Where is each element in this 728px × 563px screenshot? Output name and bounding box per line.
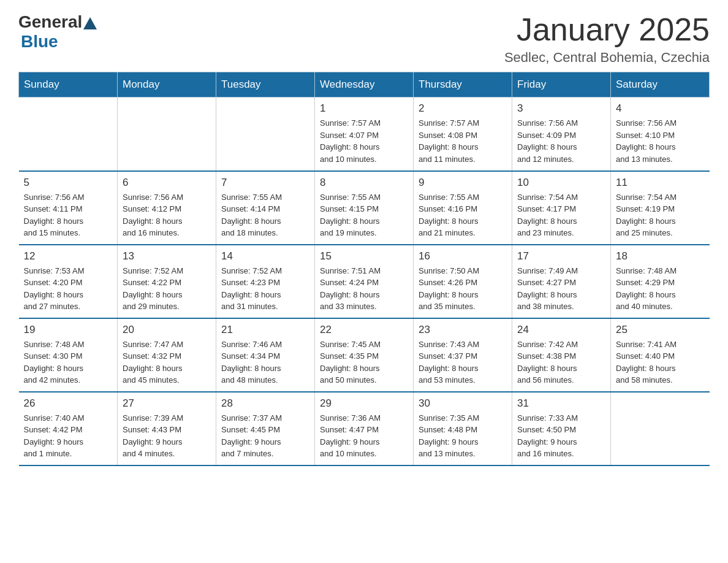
weekday-header-sunday: Sunday — [19, 72, 118, 98]
svg-marker-0 — [83, 17, 97, 29]
day-number: 10 — [517, 177, 605, 189]
calendar-day-23: 23Sunrise: 7:43 AMSunset: 4:37 PMDayligh… — [414, 318, 512, 392]
day-number: 9 — [419, 177, 507, 189]
day-number: 14 — [221, 250, 309, 262]
day-info: Sunrise: 7:52 AMSunset: 4:23 PMDaylight:… — [221, 265, 309, 313]
day-info: Sunrise: 7:57 AMSunset: 4:07 PMDaylight:… — [320, 117, 408, 165]
day-info: Sunrise: 7:41 AMSunset: 4:40 PMDaylight:… — [616, 339, 705, 386]
weekday-header-thursday: Thursday — [414, 72, 512, 98]
calendar-day-29: 29Sunrise: 7:36 AMSunset: 4:47 PMDayligh… — [315, 392, 414, 465]
day-info: Sunrise: 7:36 AMSunset: 4:47 PMDaylight:… — [320, 412, 408, 460]
calendar-week-2: 5Sunrise: 7:56 AMSunset: 4:11 PMDaylight… — [19, 171, 710, 245]
day-info: Sunrise: 7:40 AMSunset: 4:42 PMDaylight:… — [24, 412, 113, 460]
calendar-table: SundayMondayTuesdayWednesdayThursdayFrid… — [18, 72, 710, 466]
day-number: 25 — [616, 324, 705, 336]
day-number: 12 — [24, 250, 113, 262]
day-info: Sunrise: 7:55 AMSunset: 4:15 PMDaylight:… — [320, 191, 408, 239]
day-number: 13 — [123, 250, 211, 262]
day-number: 1 — [320, 102, 408, 115]
calendar-day-22: 22Sunrise: 7:45 AMSunset: 4:35 PMDayligh… — [315, 318, 414, 392]
calendar-day-17: 17Sunrise: 7:49 AMSunset: 4:27 PMDayligh… — [512, 245, 611, 318]
day-number: 11 — [616, 177, 705, 189]
weekday-header-friday: Friday — [512, 72, 611, 98]
day-info: Sunrise: 7:33 AMSunset: 4:50 PMDaylight:… — [517, 412, 605, 460]
logo-triangle-icon — [83, 17, 97, 29]
calendar-day-28: 28Sunrise: 7:37 AMSunset: 4:45 PMDayligh… — [216, 392, 315, 465]
logo: General Blue — [18, 12, 97, 52]
calendar-day-2: 2Sunrise: 7:57 AMSunset: 4:08 PMDaylight… — [414, 98, 512, 171]
day-info: Sunrise: 7:37 AMSunset: 4:45 PMDaylight:… — [221, 412, 309, 460]
day-info: Sunrise: 7:56 AMSunset: 4:11 PMDaylight:… — [24, 191, 113, 239]
day-number: 17 — [517, 250, 605, 262]
day-number: 20 — [123, 324, 211, 336]
calendar-empty-cell — [19, 98, 118, 171]
day-number: 2 — [419, 102, 507, 115]
calendar-day-20: 20Sunrise: 7:47 AMSunset: 4:32 PMDayligh… — [118, 318, 216, 392]
day-number: 24 — [517, 324, 605, 336]
calendar-day-13: 13Sunrise: 7:52 AMSunset: 4:22 PMDayligh… — [118, 245, 216, 318]
day-info: Sunrise: 7:56 AMSunset: 4:10 PMDaylight:… — [616, 117, 705, 165]
day-number: 4 — [616, 102, 705, 115]
logo-general-text: General — [18, 12, 82, 32]
calendar-week-3: 12Sunrise: 7:53 AMSunset: 4:20 PMDayligh… — [19, 245, 710, 318]
weekday-header-tuesday: Tuesday — [216, 72, 315, 98]
calendar-day-30: 30Sunrise: 7:35 AMSunset: 4:48 PMDayligh… — [414, 392, 512, 465]
day-info: Sunrise: 7:43 AMSunset: 4:37 PMDaylight:… — [419, 339, 507, 386]
calendar-day-7: 7Sunrise: 7:55 AMSunset: 4:14 PMDaylight… — [216, 171, 315, 245]
day-info: Sunrise: 7:39 AMSunset: 4:43 PMDaylight:… — [123, 412, 211, 460]
weekday-header-saturday: Saturday — [611, 72, 710, 98]
day-number: 19 — [24, 324, 113, 336]
calendar-day-5: 5Sunrise: 7:56 AMSunset: 4:11 PMDaylight… — [19, 171, 118, 245]
calendar-day-14: 14Sunrise: 7:52 AMSunset: 4:23 PMDayligh… — [216, 245, 315, 318]
day-number: 5 — [24, 177, 113, 189]
location-title: Sedlec, Central Bohemia, Czechia — [504, 50, 710, 66]
calendar-header: SundayMondayTuesdayWednesdayThursdayFrid… — [19, 72, 710, 98]
day-number: 30 — [419, 397, 507, 410]
calendar-day-24: 24Sunrise: 7:42 AMSunset: 4:38 PMDayligh… — [512, 318, 611, 392]
calendar-day-15: 15Sunrise: 7:51 AMSunset: 4:24 PMDayligh… — [315, 245, 414, 318]
calendar-day-26: 26Sunrise: 7:40 AMSunset: 4:42 PMDayligh… — [19, 392, 118, 465]
weekday-header-monday: Monday — [118, 72, 216, 98]
day-info: Sunrise: 7:55 AMSunset: 4:16 PMDaylight:… — [419, 191, 507, 239]
day-info: Sunrise: 7:54 AMSunset: 4:17 PMDaylight:… — [517, 191, 605, 239]
weekday-header-wednesday: Wednesday — [315, 72, 414, 98]
day-info: Sunrise: 7:57 AMSunset: 4:08 PMDaylight:… — [419, 117, 507, 165]
day-info: Sunrise: 7:49 AMSunset: 4:27 PMDaylight:… — [517, 265, 605, 313]
day-info: Sunrise: 7:51 AMSunset: 4:24 PMDaylight:… — [320, 265, 408, 313]
day-info: Sunrise: 7:48 AMSunset: 4:30 PMDaylight:… — [24, 339, 113, 386]
day-number: 18 — [616, 250, 705, 262]
day-number: 28 — [221, 397, 309, 410]
day-info: Sunrise: 7:50 AMSunset: 4:26 PMDaylight:… — [419, 265, 507, 313]
calendar-day-11: 11Sunrise: 7:54 AMSunset: 4:19 PMDayligh… — [611, 171, 710, 245]
month-title: January 2025 — [504, 12, 710, 47]
calendar-empty-cell — [611, 392, 710, 465]
day-info: Sunrise: 7:55 AMSunset: 4:14 PMDaylight:… — [221, 191, 309, 239]
day-info: Sunrise: 7:46 AMSunset: 4:34 PMDaylight:… — [221, 339, 309, 386]
calendar-day-8: 8Sunrise: 7:55 AMSunset: 4:15 PMDaylight… — [315, 171, 414, 245]
calendar-day-25: 25Sunrise: 7:41 AMSunset: 4:40 PMDayligh… — [611, 318, 710, 392]
day-info: Sunrise: 7:54 AMSunset: 4:19 PMDaylight:… — [616, 191, 705, 239]
day-info: Sunrise: 7:45 AMSunset: 4:35 PMDaylight:… — [320, 339, 408, 386]
day-number: 26 — [24, 397, 113, 410]
day-info: Sunrise: 7:42 AMSunset: 4:38 PMDaylight:… — [517, 339, 605, 386]
calendar-day-9: 9Sunrise: 7:55 AMSunset: 4:16 PMDaylight… — [414, 171, 512, 245]
day-number: 27 — [123, 397, 211, 410]
day-info: Sunrise: 7:56 AMSunset: 4:12 PMDaylight:… — [123, 191, 211, 239]
calendar-day-12: 12Sunrise: 7:53 AMSunset: 4:20 PMDayligh… — [19, 245, 118, 318]
calendar-day-16: 16Sunrise: 7:50 AMSunset: 4:26 PMDayligh… — [414, 245, 512, 318]
day-info: Sunrise: 7:48 AMSunset: 4:29 PMDaylight:… — [616, 265, 705, 313]
day-number: 8 — [320, 177, 408, 189]
calendar-day-1: 1Sunrise: 7:57 AMSunset: 4:07 PMDaylight… — [315, 98, 414, 171]
weekday-header-row: SundayMondayTuesdayWednesdayThursdayFrid… — [19, 72, 710, 98]
calendar-day-18: 18Sunrise: 7:48 AMSunset: 4:29 PMDayligh… — [611, 245, 710, 318]
day-number: 7 — [221, 177, 309, 189]
calendar-day-10: 10Sunrise: 7:54 AMSunset: 4:17 PMDayligh… — [512, 171, 611, 245]
calendar-day-31: 31Sunrise: 7:33 AMSunset: 4:50 PMDayligh… — [512, 392, 611, 465]
day-number: 29 — [320, 397, 408, 410]
day-info: Sunrise: 7:56 AMSunset: 4:09 PMDaylight:… — [517, 117, 605, 165]
calendar-week-1: 1Sunrise: 7:57 AMSunset: 4:07 PMDaylight… — [19, 98, 710, 171]
calendar-body: 1Sunrise: 7:57 AMSunset: 4:07 PMDaylight… — [19, 98, 710, 465]
day-info: Sunrise: 7:52 AMSunset: 4:22 PMDaylight:… — [123, 265, 211, 313]
title-section: January 2025 Sedlec, Central Bohemia, Cz… — [504, 12, 710, 66]
day-number: 6 — [123, 177, 211, 189]
